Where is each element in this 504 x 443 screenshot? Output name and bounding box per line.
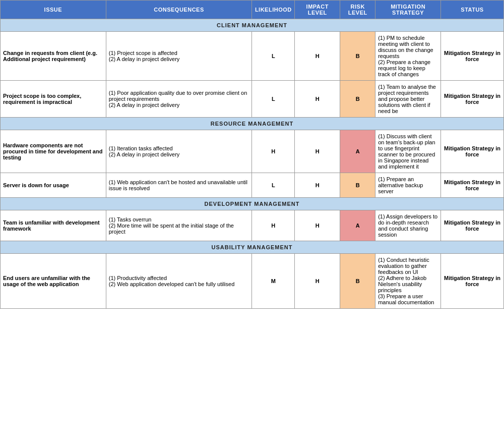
table-row: Change in requests from client (e.g. Add…: [1, 32, 504, 81]
risk-level-cell: B: [340, 254, 375, 309]
mitigation-cell: (1) Discuss with client on team's back-u…: [375, 130, 441, 173]
header-issue: ISSUE: [1, 1, 106, 19]
table-row: Project scope is too complex, requiremen…: [1, 81, 504, 118]
consequences-cell: (1) Tasks overrun(2) More time will be s…: [106, 210, 252, 241]
risk-level-cell: B: [340, 81, 375, 118]
mitigation-cell: (1) Assign developers to do in-depth res…: [375, 210, 441, 241]
status-cell: Mitigation Strategy in force: [441, 254, 504, 309]
issue-cell: End users are unfamiliar with the usage …: [1, 254, 106, 309]
status-cell: Mitigation Strategy in force: [441, 130, 504, 173]
header-likelihood: LIKELIHOOD: [252, 1, 295, 19]
risk-level-cell: B: [340, 173, 375, 198]
risk-level-cell: B: [340, 32, 375, 81]
section-header-2: DEVELOPMENT MANAGEMENT: [1, 198, 504, 210]
risk-level-cell: A: [340, 210, 375, 241]
table-row: End users are unfamiliar with the usage …: [1, 254, 504, 309]
issue-cell: Server is down for usage: [1, 173, 106, 198]
header-consequences: CONSEQUENCES: [106, 1, 252, 19]
impact-cell: H: [295, 254, 340, 309]
consequences-cell: (1) Project scope is affected(2) A delay…: [106, 32, 252, 81]
likelihood-cell: H: [252, 130, 295, 173]
consequences-cell: (1) Poor application quality due to over…: [106, 81, 252, 118]
table-row: Team is unfamiliar with development fram…: [1, 210, 504, 241]
issue-cell: Project scope is too complex, requiremen…: [1, 81, 106, 118]
risk-register-table: ISSUE CONSEQUENCES LIKELIHOOD IMPACT LEV…: [0, 0, 504, 309]
impact-cell: H: [295, 130, 340, 173]
mitigation-cell: (1) Team to analyse the project requirem…: [375, 81, 441, 118]
consequences-cell: (1) Productivity affected(2) Web applica…: [106, 254, 252, 309]
mitigation-cell: (1) PM to schedule meeting with client t…: [375, 32, 441, 81]
status-cell: Mitigation Strategy in force: [441, 81, 504, 118]
consequences-cell: (1) Iteration tasks affected(2) A delay …: [106, 130, 252, 173]
header-status: STATUS: [441, 1, 504, 19]
section-header-0: CLIENT MANAGEMENT: [1, 19, 504, 32]
consequences-cell: (1) Web application can't be hosted and …: [106, 173, 252, 198]
section-title-0: CLIENT MANAGEMENT: [1, 19, 504, 32]
issue-cell: Change in requests from client (e.g. Add…: [1, 32, 106, 81]
section-title-1: RESOURCE MANAGEMENT: [1, 118, 504, 130]
likelihood-cell: H: [252, 210, 295, 241]
table-row: Server is down for usage(1) Web applicat…: [1, 173, 504, 198]
risk-level-cell: A: [340, 130, 375, 173]
likelihood-cell: L: [252, 81, 295, 118]
section-title-2: DEVELOPMENT MANAGEMENT: [1, 198, 504, 210]
likelihood-cell: M: [252, 254, 295, 309]
header-mitigation: MITIGATION STRATEGY: [375, 1, 441, 19]
status-cell: Mitigation Strategy in force: [441, 210, 504, 241]
impact-cell: H: [295, 210, 340, 241]
likelihood-cell: L: [252, 32, 295, 81]
table-header-row: ISSUE CONSEQUENCES LIKELIHOOD IMPACT LEV…: [1, 1, 504, 19]
impact-cell: H: [295, 81, 340, 118]
section-title-3: USABILITY MANAGEMENT: [1, 241, 504, 254]
impact-cell: H: [295, 32, 340, 81]
header-impact: IMPACT LEVEL: [295, 1, 340, 19]
header-risk: RISK LEVEL: [340, 1, 375, 19]
section-header-1: RESOURCE MANAGEMENT: [1, 118, 504, 130]
section-header-3: USABILITY MANAGEMENT: [1, 241, 504, 254]
mitigation-cell: (1) Conduct heuristic evaluation to gath…: [375, 254, 441, 309]
table-row: Hardware components are not procured in …: [1, 130, 504, 173]
status-cell: Mitigation Strategy in force: [441, 32, 504, 81]
issue-cell: Hardware components are not procured in …: [1, 130, 106, 173]
mitigation-cell: (1) Prepare an alternative backup server: [375, 173, 441, 198]
issue-cell: Team is unfamiliar with development fram…: [1, 210, 106, 241]
impact-cell: H: [295, 173, 340, 198]
likelihood-cell: L: [252, 173, 295, 198]
status-cell: Mitigation Strategy in force: [441, 173, 504, 198]
